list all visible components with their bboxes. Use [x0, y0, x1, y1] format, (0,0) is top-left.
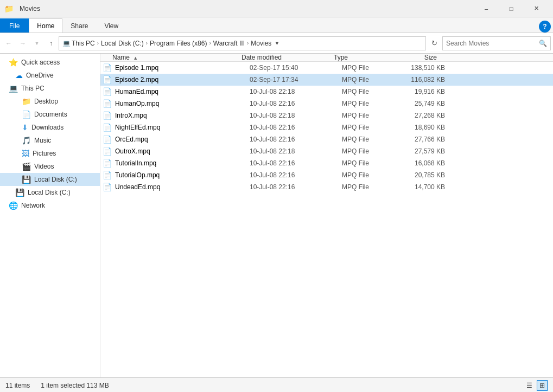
maximize-button[interactable]: □: [499, 0, 524, 17]
search-box[interactable]: 🔍: [442, 36, 551, 50]
file-icon: 📄: [103, 111, 112, 120]
file-list: 📄 Episode 1.mpq 02-Sep-17 15:40 MPQ File…: [100, 62, 553, 377]
recent-locations-button[interactable]: ▼: [30, 36, 43, 50]
file-icon: 📄: [103, 171, 112, 179]
sidebar-item-music[interactable]: 🎵 Music: [0, 134, 100, 147]
documents-icon: 📄: [22, 110, 31, 119]
sidebar-item-downloads[interactable]: ⬇ Downloads: [0, 121, 100, 134]
refresh-button[interactable]: ↻: [427, 36, 441, 50]
table-row[interactable]: 📄 UndeadEd.mpq 10-Jul-08 22:16 MPQ File …: [100, 181, 553, 193]
file-size: 138,510 KB: [402, 64, 456, 72]
this-pc-icon: 💻: [9, 84, 18, 93]
forward-button[interactable]: →: [16, 36, 29, 50]
table-row[interactable]: 📄 HumanOp.mpq 10-Jul-08 22:16 MPQ File 2…: [100, 98, 553, 110]
title-bar: 📁 Movies – □ ✕: [0, 0, 553, 17]
tab-file[interactable]: File: [0, 18, 29, 33]
sidebar-item-local-disk-c-selected[interactable]: 💾 Local Disk (C:): [0, 173, 100, 186]
file-icon: 📄: [103, 147, 112, 156]
file-type: MPQ File: [342, 100, 402, 107]
file-name: OutroX.mpq: [115, 147, 250, 155]
file-type: MPQ File: [342, 124, 402, 131]
table-row[interactable]: 📄 HumanEd.mpq 10-Jul-08 22:18 MPQ File 1…: [100, 86, 553, 98]
file-type: MPQ File: [342, 171, 402, 179]
table-row[interactable]: 📄 Episode 2.mpq 02-Sep-17 17:34 MPQ File…: [100, 74, 553, 86]
sidebar-item-local-disk-c[interactable]: 💾 Local Disk (C:): [0, 186, 100, 199]
col-header-size[interactable]: Size: [393, 54, 448, 61]
file-size: 20,785 KB: [402, 171, 456, 179]
search-input[interactable]: [446, 40, 539, 47]
col-header-date[interactable]: Date modified: [241, 54, 334, 61]
breadcrumb-program-files[interactable]: Program Files (x86): [150, 40, 207, 47]
file-type: MPQ File: [342, 64, 402, 72]
file-size: 16,068 KB: [402, 159, 456, 167]
music-icon: 🎵: [22, 136, 31, 145]
sidebar-label-downloads: Downloads: [31, 124, 63, 131]
status-bar: 11 items 1 item selected 113 MB ☰ ⊞: [0, 377, 553, 392]
address-box[interactable]: 💻 This PC › Local Disk (C:) › Program Fi…: [59, 36, 426, 50]
view-controls: ☰ ⊞: [524, 380, 548, 391]
selected-info: 1 item selected 113 MB: [41, 382, 109, 389]
close-button[interactable]: ✕: [524, 0, 549, 17]
file-size: 19,916 KB: [402, 88, 456, 95]
sidebar: ⭐ Quick access ☁ OneDrive 💻 This PC 📁 De…: [0, 54, 100, 377]
minimize-button[interactable]: –: [474, 0, 499, 17]
network-icon: 🌐: [9, 201, 18, 210]
sidebar-label-music: Music: [34, 137, 51, 144]
local-disk-c-selected-icon: 💾: [22, 175, 31, 184]
breadcrumb-this-pc[interactable]: 💻 This PC: [62, 40, 95, 47]
col-header-type[interactable]: Type: [334, 54, 393, 61]
file-type: MPQ File: [342, 183, 402, 191]
sidebar-item-videos[interactable]: 🎬 Videos: [0, 160, 100, 173]
file-size: 116,082 KB: [402, 76, 456, 83]
sidebar-item-network[interactable]: 🌐 Network: [0, 199, 100, 212]
sidebar-item-onedrive[interactable]: ☁ OneDrive: [0, 69, 100, 82]
sidebar-label-videos: Videos: [34, 163, 54, 170]
view-details-button[interactable]: ☰: [524, 380, 535, 391]
downloads-icon: ⬇: [22, 123, 28, 132]
item-count: 11 items: [5, 382, 30, 389]
breadcrumb-warcraft[interactable]: Warcraft III: [213, 40, 245, 47]
tab-share[interactable]: Share: [62, 18, 96, 33]
file-icon: 📄: [103, 135, 112, 144]
sidebar-item-documents[interactable]: 📄 Documents: [0, 108, 100, 121]
file-size: 27,268 KB: [402, 112, 456, 119]
table-row[interactable]: 📄 TutorialIn.mpq 10-Jul-08 22:16 MPQ Fil…: [100, 157, 553, 169]
sidebar-label-local-disk-c: Local Disk (C:): [28, 189, 71, 196]
videos-icon: 🎬: [22, 162, 31, 171]
file-type: MPQ File: [342, 76, 402, 83]
table-row[interactable]: 📄 OrcEd.mpq 10-Jul-08 22:16 MPQ File 27,…: [100, 133, 553, 145]
file-icon: 📄: [103, 63, 112, 72]
file-type: MPQ File: [342, 147, 402, 155]
tab-view[interactable]: View: [96, 18, 126, 33]
col-header-name[interactable]: Name ▲: [100, 54, 241, 61]
help-button[interactable]: ?: [539, 21, 551, 33]
file-date: 10-Jul-08 22:18: [250, 147, 342, 155]
sidebar-label-network: Network: [21, 202, 45, 209]
sidebar-item-quick-access[interactable]: ⭐ Quick access: [0, 56, 100, 69]
table-row[interactable]: 📄 OutroX.mpq 10-Jul-08 22:18 MPQ File 27…: [100, 145, 553, 157]
address-dropdown-icon[interactable]: ▼: [272, 36, 281, 50]
quick-access-icon: ⭐: [9, 58, 18, 67]
ribbon-tabs: File Home Share View ?: [0, 17, 553, 33]
view-tiles-button[interactable]: ⊞: [537, 380, 548, 391]
table-row[interactable]: 📄 TutorialOp.mpq 10-Jul-08 22:16 MPQ Fil…: [100, 169, 553, 181]
window-icon: 📁: [4, 4, 13, 13]
tab-home[interactable]: Home: [29, 18, 62, 33]
table-row[interactable]: 📄 IntroX.mpq 10-Jul-08 22:18 MPQ File 27…: [100, 110, 553, 121]
file-size: 27,579 KB: [402, 147, 456, 155]
file-size: 14,700 KB: [402, 183, 456, 191]
table-row[interactable]: 📄 NightElfEd.mpq 10-Jul-08 22:16 MPQ Fil…: [100, 121, 553, 133]
sidebar-item-pictures[interactable]: 🖼 Pictures: [0, 147, 100, 160]
back-button[interactable]: ←: [2, 36, 15, 50]
up-button[interactable]: ↑: [45, 36, 58, 50]
file-date: 10-Jul-08 22:16: [250, 159, 342, 167]
file-type: MPQ File: [342, 112, 402, 119]
table-row[interactable]: 📄 Episode 1.mpq 02-Sep-17 15:40 MPQ File…: [100, 62, 553, 74]
breadcrumb-local-disk[interactable]: Local Disk (C:): [101, 40, 144, 47]
sidebar-item-desktop[interactable]: 📁 Desktop: [0, 95, 100, 108]
onedrive-icon: ☁: [15, 71, 23, 80]
file-name: UndeadEd.mpq: [115, 183, 250, 191]
breadcrumb-movies[interactable]: Movies: [251, 40, 271, 47]
sidebar-item-this-pc[interactable]: 💻 This PC: [0, 82, 100, 95]
search-icon[interactable]: 🔍: [539, 40, 547, 47]
